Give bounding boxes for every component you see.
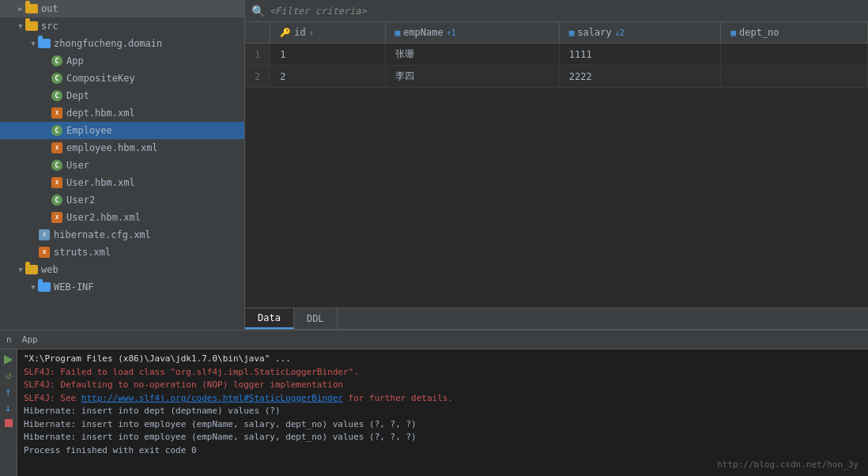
col-header-salary[interactable]: ▦ salary ↓2 [559, 22, 721, 43]
tree-item-out[interactable]: ▶ out [0, 0, 244, 17]
class-icon-dept: C [51, 89, 63, 102]
toggle-app [41, 57, 51, 65]
folder-icon-out [25, 2, 38, 15]
step-down-button[interactable]: ↓ [2, 400, 16, 414]
col-header-id[interactable]: 🔑 id ↑ [270, 22, 385, 43]
col-header-empname[interactable]: ▦ empName ↑1 [385, 22, 559, 43]
filter-placeholder: <Filter criteria> [270, 6, 367, 17]
tree-label-dept: Dept [66, 90, 89, 101]
tab-ddl[interactable]: DDL [294, 308, 338, 329]
filter-icon: 🔍 [251, 5, 265, 17]
tree-item-hibernate-cfg[interactable]: X hibernate.cfg.xml [0, 226, 244, 244]
toggle-out[interactable]: ▶ [16, 5, 25, 13]
main-content-area: 🔍 <Filter criteria> 🔑 id ↑ [245, 0, 868, 330]
tab-data[interactable]: Data [245, 308, 294, 329]
tree-item-struts-xml[interactable]: X struts.xml [0, 244, 244, 261]
tree-label-webinf: WEB-INF [54, 281, 94, 293]
tree-label-user-xml: User.hbm.xml [66, 177, 135, 188]
run-button[interactable] [2, 353, 16, 367]
class-icon-compositekey: C [51, 72, 63, 85]
folder-icon-src [25, 20, 38, 32]
tree-label-out: out [41, 3, 58, 14]
tree-item-dept[interactable]: C Dept [0, 87, 244, 104]
cell-rownum: 2 [245, 66, 270, 88]
tree-item-employee-xml[interactable]: X employee.hbm.xml [0, 139, 244, 157]
console-link[interactable]: http://www.slf4j.org/codes.html#StaticLo… [81, 393, 343, 403]
cell-deptno [721, 66, 868, 88]
sort-num-salary: ↓2 [615, 28, 625, 37]
folder-icon-webinf [38, 281, 51, 293]
tree-item-compositekey[interactable]: C CompositeKey [0, 70, 244, 87]
step-up-button[interactable]: ↑ [2, 384, 16, 399]
tree-label-user: User [66, 160, 89, 171]
cell-salary: 1111 [559, 43, 721, 66]
table-header-row: 🔑 id ↑ ▦ empName ↑1 [245, 22, 868, 43]
stop-button[interactable] [2, 416, 16, 430]
class-icon-user: C [51, 159, 63, 172]
tree-label-dept-xml: dept.hbm.xml [66, 108, 135, 119]
tree-item-user2-xml[interactable]: X User2.hbm.xml [0, 209, 244, 226]
tree-label-user2-xml: User2.hbm.xml [66, 212, 141, 223]
cell-id: 1 [270, 43, 385, 66]
tree-item-src[interactable]: ▼ src [0, 17, 244, 35]
bottom-tabs: Data DDL [245, 308, 868, 330]
console-title: n App [6, 334, 38, 345]
console-line: SLF4J: Defaulting to no-operation (NOP) … [24, 379, 862, 392]
console-line: Hibernate: insert into employee (empName… [24, 418, 862, 432]
rerun-button[interactable]: ↺ [2, 368, 16, 383]
tree-label-employee: Employee [66, 125, 112, 136]
tree-item-webinf[interactable]: ▼ WEB-INF [0, 278, 244, 296]
tree-label-web: web [41, 264, 58, 275]
table-row[interactable]: 2 2 李四 2222 [245, 66, 868, 88]
col-icon-salary: ▦ [569, 28, 575, 38]
tree-item-user2[interactable]: C User2 [0, 191, 244, 209]
col-label-id: id [294, 27, 305, 38]
cell-empname: 张珊 [385, 43, 559, 66]
data-table-container[interactable]: 🔑 id ↑ ▦ empName ↑1 [245, 22, 868, 308]
tree-label-hibernate-cfg: hibernate.cfg.xml [54, 229, 151, 240]
tree-label-src: src [41, 21, 58, 32]
console-toolbar: n App [0, 331, 868, 349]
cell-salary: 2222 [559, 66, 721, 88]
toggle-domain[interactable]: ▼ [28, 40, 38, 47]
tree-item-domain[interactable]: ▼ zhongfucheng.domain [0, 35, 244, 52]
col-label-salary: salary [577, 27, 611, 38]
table-body: 1 1 张珊 1111 2 2 李四 2222 [245, 43, 868, 88]
tree-label-domain: zhongfucheng.domain [54, 38, 162, 49]
col-label-deptno: dept_no [739, 27, 779, 38]
tree-label-employee-xml: employee.hbm.xml [66, 142, 158, 153]
xml-icon-dept: X [51, 107, 63, 119]
filter-bar: 🔍 <Filter criteria> [245, 0, 868, 22]
console-line-path: "X:\Program Files (x86)\Java\jdk1.7.0\bi… [24, 353, 862, 366]
tree-item-app[interactable]: C App [0, 52, 244, 70]
sort-icon-id: ↑ [309, 28, 314, 37]
class-icon-user2: C [51, 194, 63, 206]
watermark: http://blog.csdn.net/hon_3y [717, 459, 859, 470]
console-area: n App ↺ ↑ ↓ "X:\Program Files (x86)\Java… [0, 330, 868, 476]
col-header-deptno[interactable]: ▦ dept_no [721, 22, 868, 43]
tree-label-struts-xml: struts.xml [54, 247, 111, 258]
tree-label-app: App [66, 55, 84, 66]
toggle-webinf[interactable]: ▼ [28, 283, 38, 291]
tree-item-user[interactable]: C User [0, 157, 244, 174]
data-table: 🔑 id ↑ ▦ empName ↑1 [245, 22, 868, 88]
table-row[interactable]: 1 1 张珊 1111 [245, 43, 868, 66]
tree-item-web[interactable]: ▼ web [0, 261, 244, 278]
folder-icon-web [25, 263, 38, 276]
tree-label-compositekey: CompositeKey [66, 73, 135, 84]
cell-deptno [721, 43, 868, 66]
tree-item-dept-xml[interactable]: X dept.hbm.xml [0, 104, 244, 122]
console-bottom-area: ↺ ↑ ↓ "X:\Program Files (x86)\Java\jdk1.… [0, 349, 868, 476]
file-tree[interactable]: ▶ out ▼ src ▼ zhongfucheng.domain [0, 0, 245, 330]
col-icon-deptno: ▦ [730, 28, 736, 38]
console-line: Hibernate: insert into employee (empName… [24, 431, 862, 444]
xml-icon-struts: X [38, 246, 51, 259]
toggle-src[interactable]: ▼ [16, 22, 25, 30]
tree-item-user-xml[interactable]: X User.hbm.xml [0, 174, 244, 191]
cell-empname: 李四 [385, 66, 559, 88]
sort-num-empname: ↑1 [447, 28, 456, 37]
tree-label-user2: User2 [66, 195, 95, 206]
console-line: Process finished with exit code 0 [24, 444, 862, 458]
toggle-web[interactable]: ▼ [16, 266, 25, 274]
tree-item-employee[interactable]: C Employee [0, 122, 244, 139]
